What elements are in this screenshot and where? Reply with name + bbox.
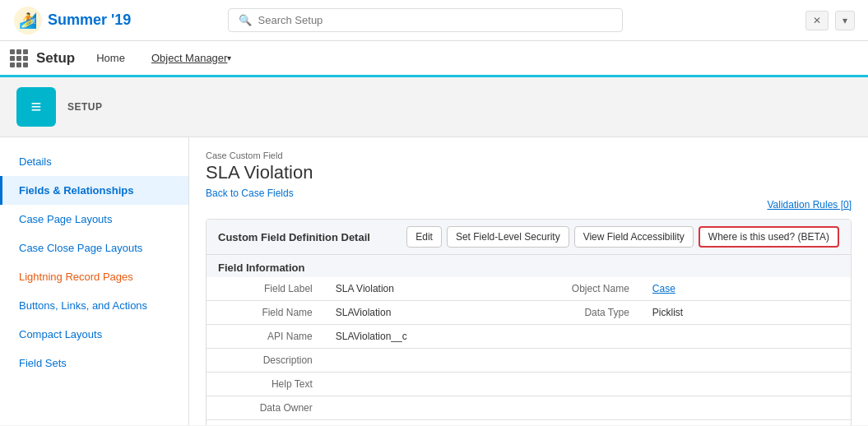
nav-object-manager-arrow: ▾ [227,53,231,63]
sidebar-item-case-close-page-layouts[interactable]: Case Close Page Layouts [0,234,188,262]
field-row-field-name: Field Name SLAViolation Data Type Pickli… [207,301,851,325]
sidebar-item-compact-layouts[interactable]: Compact Layouts [0,320,188,349]
field-usage-label: Field Usage [207,420,324,426]
where-is-this-used-button[interactable]: Where is this used? (BETA) [699,226,839,248]
object-name-label: Object Name [534,277,641,301]
search-input[interactable] [258,14,612,26]
field-row-field-usage: Field Usage [207,420,851,426]
help-text-value [324,373,851,396]
sidebar-item-details[interactable]: Details [0,147,188,176]
data-type-value: Picklist [641,301,851,325]
validation-rules-link[interactable]: Validation Rules [0] [206,199,852,211]
field-row-help-text: Help Text [207,373,851,396]
data-type-label: Data Type [534,301,641,325]
sidebar: Details Fields & Relationships Case Page… [0,137,189,425]
field-name-value: SLAViolation [324,301,534,325]
main-content: Details Fields & Relationships Case Page… [0,137,868,425]
sidebar-item-field-sets[interactable]: Field Sets [0,349,188,377]
data-owner-value [324,396,851,420]
field-name-label: Field Name [207,301,324,325]
content-title: SLA Violation [206,162,852,183]
field-def-header: Custom Field Definition Detail Edit Set … [207,220,851,255]
field-info-table: Field Label SLA Violation Object Name Ca… [207,277,851,425]
edit-button[interactable]: Edit [406,226,442,248]
content-panel: Case Custom Field SLA Violation Back to … [189,137,868,425]
nav-object-manager[interactable]: Object Manager ▾ [140,41,244,77]
field-info-section-title: Field Information [207,255,851,277]
field-label-label: Field Label [207,277,324,301]
search-icon: 🔍 [239,14,252,26]
dropdown-button[interactable]: ▾ [835,11,855,30]
description-value [324,349,851,373]
sidebar-item-case-page-layouts[interactable]: Case Page Layouts [0,205,188,234]
nav-object-manager-label: Object Manager [151,52,228,64]
api-name-label: API Name [207,325,324,349]
sidebar-item-lightning-record-pages[interactable]: Lightning Record Pages [0,262,188,291]
nav-home[interactable]: Home [85,40,137,76]
search-bar[interactable]: 🔍 [228,8,623,32]
field-row-description: Description [207,349,851,373]
content-subtitle: Case Custom Field [206,150,852,160]
layers-icon: ≡ [31,96,42,118]
field-row-data-owner: Data Owner [207,396,851,420]
secondary-navigation: Setup Home Object Manager ▾ [0,41,868,77]
field-usage-value [324,420,851,426]
help-text-label: Help Text [207,373,324,396]
top-navigation: 🏄 Summer '19 🔍 ✕ ▾ [0,0,868,41]
setup-label: SETUP [67,101,103,113]
field-row-api-name: API Name SLAViolation__c [207,325,851,349]
description-label: Description [207,349,324,373]
field-row-field-label: Field Label SLA Violation Object Name Ca… [207,277,851,301]
app-launcher-icon[interactable] [10,49,28,67]
view-field-accessibility-button[interactable]: View Field Accessibility [574,226,694,248]
field-def-actions: Edit Set Field-Level Security View Field… [406,226,839,248]
close-button[interactable]: ✕ [805,11,829,30]
sidebar-item-buttons-links-actions[interactable]: Buttons, Links, and Actions [0,291,188,320]
setup-nav-label: Setup [36,50,75,67]
field-definition-box: Custom Field Definition Detail Edit Set … [206,219,852,425]
field-label-value: SLA Violation [324,277,534,301]
field-def-title: Custom Field Definition Detail [218,231,370,243]
sidebar-item-fields-relationships[interactable]: Fields & Relationships [0,176,188,205]
setup-icon-box: ≡ [16,87,56,127]
svg-text:🏄: 🏄 [19,12,38,30]
setup-header: ≡ SETUP [0,77,868,137]
object-name-value: Case [641,277,851,301]
brand-logo: 🏄 Summer '19 [13,6,131,35]
salesforce-logo-icon: 🏄 [13,6,43,35]
top-nav-actions: ✕ ▾ [805,11,855,30]
brand-title: Summer '19 [48,12,131,29]
api-name-value: SLAViolation__c [324,325,851,349]
set-field-level-security-button[interactable]: Set Field-Level Security [447,226,569,248]
data-owner-label: Data Owner [207,396,324,420]
back-link[interactable]: Back to Case Fields [206,188,294,199]
